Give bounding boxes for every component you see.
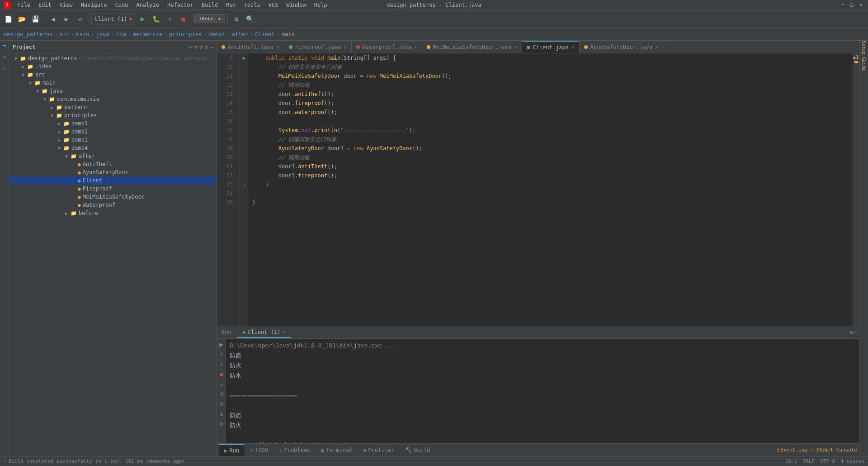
tree-item-before[interactable]: ▶ 📁 before [9, 209, 217, 217]
tree-item-demo2[interactable]: ▶ 📁 demo2 [9, 128, 217, 136]
indent[interactable]: 4 spaces [840, 458, 864, 464]
menu-window[interactable]: Window [283, 1, 309, 9]
breadcrumb-principles[interactable]: principles [169, 31, 202, 38]
breadcrumb-demo4[interactable]: demo4 [208, 31, 225, 38]
tab-close-icon[interactable]: ✕ [276, 44, 279, 50]
tree-item-demo4[interactable]: ▼ 📁 demo4 [9, 144, 217, 152]
gutter-run-9[interactable]: ▶ [240, 53, 249, 62]
project-icon[interactable]: P [1, 43, 8, 50]
bottom-tab-problems[interactable]: ⚠ Problems [274, 444, 316, 456]
run-wrap-button[interactable]: ↵ [218, 380, 225, 388]
menu-vcs[interactable]: VCS [265, 1, 282, 9]
bottom-tab-terminal[interactable]: ▣ Terminal [316, 444, 358, 456]
tab-close-icon[interactable]: ✕ [655, 44, 658, 50]
tree-item-java[interactable]: ▼ 📁 java [9, 87, 217, 95]
run-tab-close-icon[interactable]: ✕ [282, 329, 285, 335]
jrebel-console-btn[interactable]: ⚡ JRebel Console [811, 447, 857, 453]
menu-file[interactable]: File [14, 1, 34, 9]
save-button[interactable]: 💾 [29, 13, 42, 25]
tree-item-idea[interactable]: ▶ 📁 .idea [9, 62, 217, 71]
bottom-tab-profiler[interactable]: ◈ Profiler [358, 444, 400, 456]
tab-ayun[interactable]: AyunSafetyDoor.java ✕ [580, 41, 663, 53]
tree-item-fireproof[interactable]: ● Fireproof [9, 185, 217, 193]
run-tab-client[interactable]: ▶ Client (1) ✕ [237, 327, 291, 338]
tree-item-pattern[interactable]: ▶ 📁 pattern [9, 103, 217, 111]
tab-antitheft[interactable]: AntiTheft.java ✕ [217, 41, 284, 53]
code-content[interactable]: public static void main(String[] args) {… [249, 53, 853, 326]
tree-item-antitheft[interactable]: ● AntiTheft [9, 160, 217, 168]
tab-meimeixia[interactable]: MeiMeiXiaSafetyDoor.java ✕ [422, 41, 522, 53]
cursor-position[interactable]: 16:1 [785, 458, 797, 464]
jrebel-side-icon[interactable]: JRebel Setup Guide [860, 43, 868, 50]
run-button[interactable]: ▶ [136, 13, 149, 25]
run-config-dropdown[interactable]: Client (1) ▾ [91, 14, 135, 24]
close-button[interactable]: ✕ [857, 1, 864, 9]
debug-button[interactable]: 🐛 [150, 13, 162, 25]
encoding[interactable]: UTF-8 [820, 458, 835, 464]
new-file-button[interactable]: 📄 [2, 13, 14, 25]
run-down-button[interactable]: ↓ [218, 361, 225, 368]
menu-tools[interactable]: Tools [241, 1, 264, 9]
settings-gear-icon[interactable]: ⚙ [205, 44, 208, 50]
breadcrumb-main-method[interactable]: main [282, 31, 295, 38]
tab-fireproof[interactable]: Fireproof.java ✕ [284, 41, 352, 53]
locate-icon[interactable]: ⊕ [189, 44, 193, 50]
filter-icon[interactable]: ⚙ [199, 44, 203, 50]
favorites-icon[interactable]: ★ [1, 64, 8, 71]
menu-view[interactable]: View [56, 1, 76, 9]
back-button[interactable]: ◀ [47, 13, 59, 25]
tree-item-demo1[interactable]: ▶ 📁 demo1 [9, 119, 217, 128]
menu-code[interactable]: Code [112, 1, 132, 9]
menu-build[interactable]: Build [198, 1, 222, 9]
tree-item-com-meimeixia[interactable]: ▼ 📁 com.meimeixia [9, 95, 217, 103]
tree-item-principles[interactable]: ▼ 📁 principles [9, 111, 217, 119]
run-print-button[interactable]: 🖨 [218, 390, 225, 398]
tree-item-design-patterns[interactable]: ▼ 📁 design_patterns C:\Users\32120\IdeaP… [9, 54, 217, 62]
tree-item-ayunsafetydoor[interactable]: ● AyunSafetyDoor [9, 168, 217, 176]
structure-icon[interactable]: S [1, 53, 8, 61]
run-close-icon[interactable]: − [854, 329, 857, 336]
jrebel-event-log[interactable]: ℹ Event Log [777, 447, 807, 453]
breadcrumb-meimeixia[interactable]: meimeixia [133, 31, 162, 38]
bottom-tab-run[interactable]: ▶ Run [219, 444, 245, 456]
maximize-button[interactable]: □ [848, 1, 855, 9]
menu-refactor[interactable]: Refactor [164, 1, 197, 9]
close-panel-icon[interactable]: − [210, 44, 213, 50]
menu-navigate[interactable]: Navigate [77, 1, 111, 9]
jrebel-button[interactable]: JRebel ▾ [194, 14, 225, 23]
tree-item-main[interactable]: ▼ 📁 main [9, 79, 217, 87]
menu-help[interactable]: Help [311, 1, 331, 9]
breadcrumb-main[interactable]: main [76, 31, 90, 38]
search-everywhere-button[interactable]: 🔍 [244, 13, 256, 25]
settings-button[interactable]: ⚙ [230, 13, 243, 25]
recent-button[interactable]: ↩ [74, 13, 86, 25]
tree-item-waterproof[interactable]: ● Waterproof [9, 201, 217, 209]
run-up-button[interactable]: ↑ [218, 351, 225, 358]
run-stop-button[interactable]: ■ [218, 371, 225, 378]
menu-run[interactable]: Run [222, 1, 240, 9]
forward-button[interactable]: ▶ [60, 13, 73, 25]
tab-close-icon[interactable]: ✕ [344, 44, 347, 50]
build-status[interactable]: ✓ Build completed successfully in 1 sec,… [4, 458, 185, 464]
run-settings2-button[interactable]: ⚙ [218, 420, 225, 428]
bottom-tab-todo[interactable]: ☑ TODO [245, 444, 274, 456]
open-button[interactable]: 📂 [15, 13, 28, 25]
breadcrumb-java[interactable]: java [96, 31, 109, 38]
tree-item-meimeixiasafetydoor[interactable]: ● MeiMeiXiaSafetyDoor [9, 193, 217, 201]
run-settings-icon[interactable]: ⚙ [850, 329, 853, 336]
tab-close-icon[interactable]: ✕ [514, 44, 517, 50]
collapse-icon[interactable]: ≡ [194, 44, 198, 50]
breadcrumb-design-patterns[interactable]: design_patterns [4, 31, 52, 38]
tab-close-icon[interactable]: ✕ [571, 44, 575, 50]
breadcrumb-after[interactable]: after [232, 31, 248, 38]
tab-close-icon[interactable]: ✕ [414, 44, 417, 50]
tab-waterproof[interactable]: Waterproof.java ✕ [352, 41, 422, 53]
run-with-coverage-button[interactable]: ⚡ [163, 13, 176, 25]
tree-item-after[interactable]: ▼ 📁 after [9, 152, 217, 160]
run-filter-button[interactable]: ⊞ [218, 400, 225, 408]
run-scroll-end-button[interactable]: ⤓ [218, 410, 225, 418]
breadcrumb-client-class[interactable]: Client [255, 31, 274, 38]
stop-button[interactable]: ■ [177, 13, 189, 25]
tree-item-demo3[interactable]: ▶ 📁 demo3 [9, 136, 217, 144]
tree-item-client[interactable]: ● Client [9, 176, 217, 185]
